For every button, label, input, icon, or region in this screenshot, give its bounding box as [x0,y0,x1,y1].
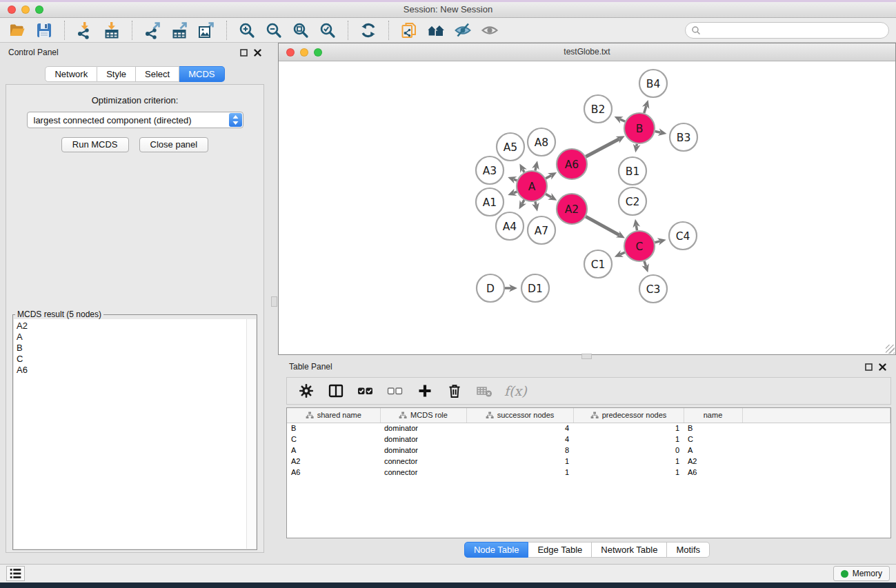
close-window-button[interactable] [8,6,16,14]
window-resize-grip[interactable] [886,345,895,354]
select-all-button[interactable] [356,381,375,401]
graph-node-A3[interactable]: A3 [476,156,504,184]
tab-style[interactable]: Style [97,66,136,82]
graph-edge-C-C1[interactable] [620,252,625,254]
graph-edge-A-A1[interactable] [514,192,517,193]
graph-edge-A-A5[interactable] [523,170,524,172]
table-row[interactable]: Adominator80A [287,445,890,456]
column-header[interactable]: MCDS role [380,408,466,423]
copy-network-button[interactable] [399,20,419,41]
graph-edge-B-B3[interactable] [655,132,661,133]
delete-column-button[interactable] [445,381,464,401]
result-scrollbar[interactable] [246,319,256,549]
graph-edge-A-A8[interactable] [535,167,536,170]
graph-edge-C-C2[interactable] [636,225,637,231]
criterion-select[interactable]: largest connected component (directed) [27,112,243,128]
tab-edge-table[interactable]: Edge Table [528,542,592,558]
tab-network[interactable]: Network [45,66,97,82]
zoom-window-button[interactable] [35,6,43,14]
graph-node-A[interactable]: A [517,171,547,201]
close-panel-icon[interactable] [879,363,886,371]
table-row[interactable]: Cdominator41C [287,434,890,445]
column-header[interactable]: successor nodes [466,408,573,423]
graph-node-B4[interactable]: B4 [639,70,667,97]
column-header[interactable]: name [684,408,742,423]
mcds-result-item[interactable]: B [17,343,245,354]
vertical-splitter-grip[interactable] [271,296,277,307]
network-zoom-button[interactable] [314,48,322,57]
add-column-button[interactable] [415,381,435,401]
graph-node-A8[interactable]: A8 [528,128,555,156]
zoom-selected-button[interactable] [317,20,338,41]
mcds-result-item[interactable]: A2 [17,321,245,332]
table-settings-button[interactable] [297,381,316,401]
graph-edge-C-C3[interactable] [644,261,646,267]
tab-motifs[interactable]: Motifs [667,542,710,558]
graph-node-C1[interactable]: C1 [584,250,612,278]
run-mcds-button[interactable]: Run MCDS [61,137,129,152]
network-close-button[interactable] [286,48,295,57]
show-all-button[interactable] [479,20,500,41]
delete-table-button[interactable] [475,381,494,401]
graph-node-B2[interactable]: B2 [584,95,612,123]
graph-edge-B-B1[interactable] [637,144,637,147]
close-panel-icon[interactable] [254,49,261,57]
mcds-result-item[interactable]: A6 [17,365,245,376]
table-row[interactable]: A6connector11A6 [287,467,890,478]
graph-node-C4[interactable]: C4 [669,222,697,250]
export-network-button[interactable] [142,20,163,41]
open-session-button[interactable] [7,20,28,41]
mcds-result-item[interactable]: C [17,354,245,365]
graph-node-A1[interactable]: A1 [476,188,504,216]
memory-button[interactable]: Memory [833,566,890,581]
graph-edge-B-B4[interactable] [644,105,646,113]
import-network-button[interactable] [74,20,95,41]
tab-node-table[interactable]: Node Table [464,542,529,558]
float-panel-icon[interactable] [240,49,248,57]
tab-select[interactable]: Select [136,66,179,82]
graph-node-C2[interactable]: C2 [619,187,646,215]
graph-node-B3[interactable]: B3 [670,123,697,151]
network-canvas[interactable]: B4B2BB3A8A5A6A3B1AC2A1A2A4A7C4CC1C3DD1 [279,61,895,354]
zoom-in-button[interactable] [237,20,257,41]
function-builder-button[interactable]: f(x) [504,381,527,401]
graph-edge-A-A3[interactable] [514,179,517,181]
task-history-button[interactable] [6,566,25,581]
import-table-button[interactable] [101,20,122,41]
graph-node-B[interactable]: B [624,113,655,143]
graph-edge-A6-B[interactable] [586,139,619,156]
table-row[interactable]: A2connector11A2 [287,456,890,467]
graph-node-B1[interactable]: B1 [619,157,646,185]
show-columns-button[interactable] [326,381,346,401]
graph-node-C[interactable]: C [624,231,655,261]
save-session-button[interactable] [34,20,54,41]
refresh-button[interactable] [358,20,379,41]
graph-node-C3[interactable]: C3 [639,275,667,303]
hide-selected-button[interactable] [452,20,473,41]
graph-node-A2[interactable]: A2 [557,194,587,224]
close-panel-button[interactable]: Close panel [139,137,209,152]
graph-node-A6[interactable]: A6 [557,149,587,179]
export-image-button[interactable] [196,20,217,41]
graph-edge-B-B2[interactable] [620,119,625,121]
minimize-window-button[interactable] [21,6,30,14]
graph-edge-A-A2[interactable] [546,194,551,197]
float-panel-icon[interactable] [865,363,873,371]
network-minimize-button[interactable] [300,48,308,57]
graph-node-A5[interactable]: A5 [497,133,524,161]
column-header[interactable]: predecessor nodes [573,408,684,423]
tab-mcds[interactable]: MCDS [179,66,224,82]
graph-edge-A-A7[interactable] [535,201,536,205]
graph-node-A4[interactable]: A4 [496,212,524,240]
tab-network-table[interactable]: Network Table [592,542,667,558]
zoom-fit-button[interactable] [290,20,311,41]
graph-edge-A-A6[interactable] [546,175,551,178]
graph-edge-A-A4[interactable] [522,200,524,203]
column-header[interactable]: shared name [287,408,380,423]
search-input[interactable] [704,26,883,35]
graph-edge-A2-C[interactable] [586,216,619,235]
search-box[interactable] [685,22,889,39]
graph-node-D[interactable]: D [477,274,504,302]
unselect-all-button[interactable] [386,381,405,401]
zoom-out-button[interactable] [263,20,284,41]
